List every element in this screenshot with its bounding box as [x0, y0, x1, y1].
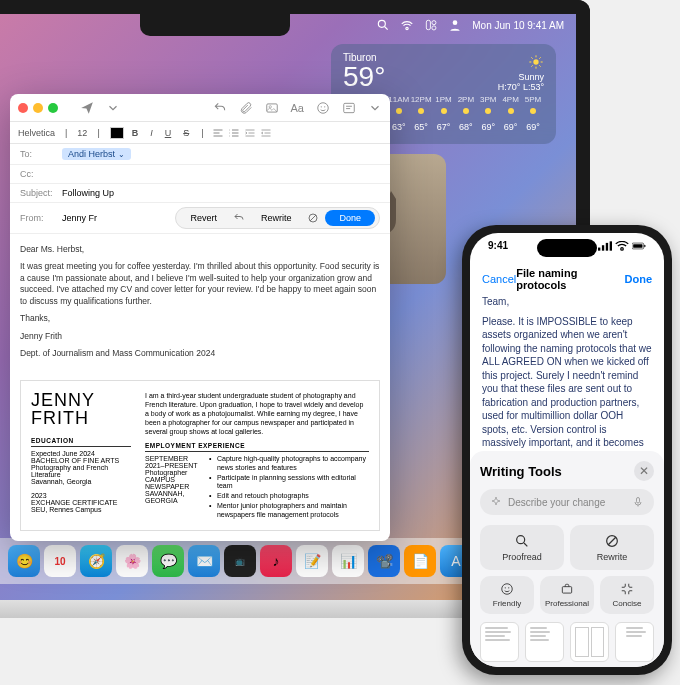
- subject-row[interactable]: Subject: Following Up: [10, 184, 390, 203]
- indent-icon[interactable]: [244, 127, 256, 139]
- dynamic-island: [537, 239, 597, 257]
- keypoints-button[interactable]: Key Points: [525, 622, 564, 667]
- attach-icon[interactable]: [239, 101, 253, 115]
- svg-point-23: [530, 108, 536, 114]
- dock-keynote[interactable]: 📽️: [368, 545, 400, 577]
- dock-mail[interactable]: ✉️: [188, 545, 220, 577]
- svg-rect-38: [644, 244, 645, 246]
- align-left-icon[interactable]: [212, 127, 224, 139]
- battery-icon: [632, 241, 646, 251]
- user-icon[interactable]: [448, 18, 462, 32]
- svg-line-11: [531, 57, 532, 58]
- font-name-select[interactable]: Helvetica: [18, 128, 55, 138]
- outdent-icon[interactable]: [260, 127, 272, 139]
- photo-icon[interactable]: [265, 101, 279, 115]
- emoji-icon[interactable]: [316, 101, 330, 115]
- svg-point-17: [396, 108, 402, 114]
- describe-change-input[interactable]: Describe your change: [480, 489, 654, 515]
- mail-titlebar[interactable]: Aa: [10, 94, 390, 122]
- mail-signoff: Thanks,: [20, 313, 380, 324]
- strike-button[interactable]: S: [179, 128, 193, 138]
- mail-body[interactable]: Dear Ms. Herbst, It was great meeting yo…: [10, 234, 390, 376]
- cc-row[interactable]: Cc:: [10, 165, 390, 184]
- recipient-pill[interactable]: Andi Herbst ⌄: [62, 148, 131, 160]
- dock-pages[interactable]: 📄: [404, 545, 436, 577]
- font-size-select[interactable]: 12: [77, 128, 87, 138]
- done-button[interactable]: Done: [625, 273, 653, 285]
- sun-icon: [528, 54, 544, 70]
- svg-point-19: [441, 108, 447, 114]
- svg-line-14: [539, 57, 540, 58]
- zoom-button[interactable]: [48, 103, 58, 113]
- dock-notes[interactable]: 📝: [296, 545, 328, 577]
- italic-button[interactable]: I: [146, 128, 157, 138]
- writing-tools-pill: Revert Rewrite Done: [175, 207, 380, 229]
- svg-point-5: [453, 20, 458, 25]
- chevron-down-icon[interactable]: [368, 101, 382, 115]
- svg-rect-2: [427, 20, 431, 29]
- svg-rect-33: [602, 245, 604, 250]
- svg-point-25: [269, 105, 271, 107]
- to-row[interactable]: To: Andi Herbst ⌄: [10, 144, 390, 165]
- dock-messages[interactable]: 💬: [152, 545, 184, 577]
- svg-point-45: [505, 587, 506, 588]
- mic-icon[interactable]: [632, 496, 644, 508]
- rewrite-button[interactable]: Rewrite: [251, 210, 302, 226]
- dock-photos[interactable]: 🌸: [116, 545, 148, 577]
- resume-name: JENNY FRITH: [31, 391, 131, 427]
- education-header: EDUCATION: [31, 437, 131, 447]
- close-button[interactable]: ✕: [634, 461, 654, 481]
- minimize-button[interactable]: [33, 103, 43, 113]
- dock-music[interactable]: ♪: [260, 545, 292, 577]
- list-button[interactable]: List: [615, 622, 654, 667]
- spotlight-icon[interactable]: [376, 18, 390, 32]
- chevron-down-icon[interactable]: [106, 101, 120, 115]
- send-icon[interactable]: [80, 101, 94, 115]
- svg-point-22: [508, 108, 514, 114]
- format-bar: Helvetica | 12 | B I U S |: [10, 122, 390, 144]
- summary-button[interactable]: Summary: [480, 622, 519, 667]
- undo-icon[interactable]: [233, 212, 245, 224]
- dock-numbers[interactable]: 📊: [332, 545, 364, 577]
- subject-label: Subject:: [20, 188, 62, 198]
- close-button[interactable]: [18, 103, 28, 113]
- briefcase-icon: [560, 582, 574, 596]
- mail-greeting: Dear Ms. Herbst,: [20, 244, 380, 255]
- svg-point-20: [463, 108, 469, 114]
- dock-finder[interactable]: 😊: [8, 545, 40, 577]
- resume-attachment: JENNY FRITH EDUCATION Expected June 2024…: [20, 380, 380, 532]
- phone-time: 9:41: [488, 240, 508, 251]
- rewrite-button[interactable]: Rewrite: [570, 525, 654, 570]
- professional-button[interactable]: Professional: [540, 576, 594, 614]
- from-value: Jenny Fr: [62, 213, 97, 223]
- resume-bullets: Capture high-quality photographs to acco…: [209, 455, 369, 520]
- wifi-icon[interactable]: [400, 18, 414, 32]
- smile-icon: [500, 582, 514, 596]
- resume-intro: I am a third-year student undergraduate …: [145, 391, 369, 436]
- done-button[interactable]: Done: [325, 210, 375, 226]
- text-color-picker[interactable]: [110, 127, 124, 139]
- friendly-button[interactable]: Friendly: [480, 576, 534, 614]
- menubar-time[interactable]: Mon Jun 10 9:41 AM: [472, 20, 564, 31]
- proofread-button[interactable]: Proofread: [480, 525, 564, 570]
- svg-line-31: [310, 215, 316, 221]
- writing-tools-sheet: Writing Tools ✕ Describe your change Pro…: [470, 451, 664, 667]
- format-toggle[interactable]: Aa: [291, 102, 304, 114]
- dock-calendar[interactable]: 10: [44, 545, 76, 577]
- magnify-icon: [514, 533, 530, 549]
- underline-button[interactable]: U: [161, 128, 176, 138]
- dock-safari[interactable]: 🧭: [80, 545, 112, 577]
- revert-button[interactable]: Revert: [180, 210, 227, 226]
- table-button[interactable]: Table: [570, 622, 609, 667]
- concise-button[interactable]: Concise: [600, 576, 654, 614]
- reply-icon[interactable]: [213, 101, 227, 115]
- forbid-icon[interactable]: [307, 212, 319, 224]
- cancel-button[interactable]: Cancel: [482, 273, 516, 285]
- bold-button[interactable]: B: [128, 128, 143, 138]
- phone-screen: 9:41 Cancel File naming protocols Done T…: [470, 233, 664, 667]
- svg-point-0: [379, 20, 386, 27]
- writing-tools-icon[interactable]: [342, 101, 356, 115]
- control-center-icon[interactable]: [424, 18, 438, 32]
- list-icon[interactable]: [228, 127, 240, 139]
- dock-tv[interactable]: 📺: [224, 545, 256, 577]
